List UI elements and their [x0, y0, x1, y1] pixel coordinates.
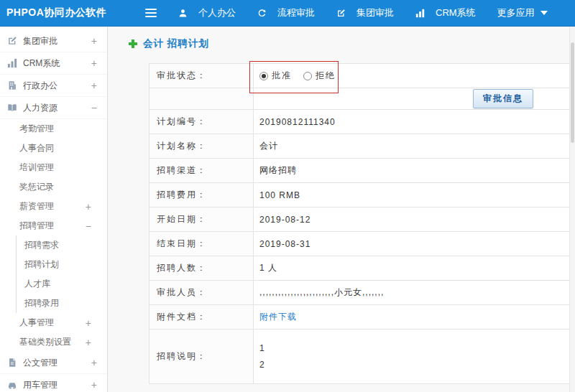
sidebar-item-label: 人事管理 [19, 317, 83, 329]
sidebar-item-label: 培训管理 [19, 162, 91, 174]
field-value: 100 RMB [254, 183, 569, 207]
radio-checked-icon [259, 72, 268, 80]
edit-square-icon [7, 36, 19, 46]
sidebar-item-admin-office[interactable]: 行政办公 + [0, 75, 107, 97]
collapse-toggle-icon[interactable]: − [91, 103, 97, 113]
sidebar-item-recruitment[interactable]: 招聘管理 − [0, 216, 107, 235]
description-line-1: 1 [259, 343, 265, 353]
sidebar-item-documents[interactable]: 公文管理 + [0, 352, 107, 374]
field-label: 结束日期： [150, 232, 254, 256]
vertical-scrollbar[interactable] [569, 27, 575, 392]
sidebar-item-group-approval[interactable]: 集团审批 + [0, 30, 107, 52]
approval-form: 审批状态： 批准 拒绝 审批信息 [149, 63, 570, 384]
building-icon [7, 80, 19, 90]
field-value: 20190812111340 [254, 110, 569, 134]
expand-toggle-icon[interactable]: + [86, 318, 91, 328]
open-book-icon [7, 103, 19, 113]
sidebar-item-training[interactable]: 培训管理 [0, 158, 107, 177]
caret-down-icon [540, 11, 548, 15]
bar-chart-icon [7, 58, 19, 68]
sidebar-item-label: 基础类别设置 [19, 336, 83, 348]
page-title: 会计 招聘计划 [128, 36, 575, 52]
sidebar-item-hr[interactable]: 人力资源 − [0, 97, 107, 119]
sidebar-item-label: 招聘录用 [24, 297, 100, 309]
app-logo: PHPOA协同办公软件 [0, 6, 108, 19]
sidebar-item-recruit-demand[interactable]: 招聘需求 [17, 235, 107, 255]
field-label: 计划名称： [150, 134, 254, 158]
page-title-text: 会计 招聘计划 [143, 37, 209, 50]
field-label: 附件文档： [150, 305, 254, 329]
field-value: ,,,,,,,,,,,,,,,,,,,,,,,,小元女,,,,,,, [254, 281, 569, 304]
sidebar-item-label: 人才库 [24, 278, 100, 290]
expand-toggle-icon[interactable]: + [86, 337, 91, 347]
field-value: 会计 [254, 134, 569, 158]
sidebar-item-label: 考勤管理 [19, 123, 91, 135]
expand-toggle-icon[interactable]: + [91, 358, 97, 368]
sidebar-item-hr-manage[interactable]: 人事管理 + [0, 313, 107, 332]
sidebar-item-label: 招聘计划 [24, 258, 100, 271]
field-label: 招聘说明： [150, 330, 254, 383]
radio-reject[interactable]: 拒绝 [303, 70, 336, 82]
field-label: 招聘渠道： [150, 159, 254, 182]
hamburger-menu-icon[interactable] [142, 6, 160, 20]
expand-toggle-icon[interactable]: + [86, 202, 91, 212]
empty-label-cell [150, 88, 254, 109]
radio-unchecked-icon [303, 72, 312, 80]
expand-toggle-icon[interactable]: + [91, 380, 97, 390]
form-row-end-date: 结束日期： 2019-08-31 [150, 232, 569, 256]
field-label: 计划编号： [150, 110, 254, 134]
collapse-toggle-icon[interactable]: − [86, 221, 91, 231]
page-body: 集团审批 + CRM系统 + 行政办公 + 人力资源 − 考勤管理 [0, 27, 575, 392]
radio-approve[interactable]: 批准 [259, 70, 292, 82]
nav-process-approval[interactable]: 流程审批 [257, 6, 315, 19]
field-label-status: 审批状态： [150, 64, 254, 88]
form-row-cost: 招聘费用： 100 RMB [150, 183, 569, 207]
sidebar-item-recruit-hire[interactable]: 招聘录用 [17, 294, 107, 313]
topbar: PHPOA协同办公软件 个人办公 流程审批 集团审批 CRM系统 [0, 0, 575, 27]
sidebar-item-label: 用车管理 [23, 379, 88, 391]
field-value: 1 人 [254, 256, 569, 280]
recruitment-submenu: 招聘需求 招聘计划 人才库 招聘录用 [16, 235, 107, 313]
expand-toggle-icon[interactable]: + [91, 58, 97, 68]
nav-label: 个人办公 [198, 6, 236, 19]
attachment-download-link[interactable]: 附件下载 [259, 311, 297, 323]
sidebar-item-hr-contract[interactable]: 人事合同 [0, 139, 107, 158]
sidebar-item-label: 招聘管理 [19, 220, 83, 232]
sidebar-item-label: 集团审批 [23, 35, 88, 47]
process-arrow-icon [257, 9, 269, 18]
sidebar-item-talent-pool[interactable]: 人才库 [17, 274, 107, 294]
nav-personal-office[interactable]: 个人办公 [178, 6, 236, 19]
form-row-status: 审批状态： 批准 拒绝 [150, 64, 569, 88]
nav-label: 流程审批 [277, 6, 315, 19]
scrollbar-thumb[interactable] [571, 42, 574, 143]
form-row-channel: 招聘渠道： 网络招聘 [150, 159, 569, 183]
sidebar-item-rewards[interactable]: 奖惩记录 [0, 177, 107, 197]
sidebar-item-salary[interactable]: 薪资管理 + [0, 197, 107, 216]
field-value: 2019-08-31 [254, 232, 569, 256]
expand-toggle-icon[interactable]: + [91, 80, 97, 90]
sidebar-item-crm[interactable]: CRM系统 + [0, 52, 107, 75]
form-row-plan-name: 计划名称： 会计 [150, 134, 569, 159]
sidebar-item-label: 奖惩记录 [19, 181, 91, 193]
nav-crm-system[interactable]: CRM系统 [415, 6, 476, 19]
expand-toggle-icon[interactable]: + [91, 36, 97, 46]
sidebar-item-base-category[interactable]: 基础类别设置 + [0, 332, 107, 352]
person-icon [178, 9, 190, 18]
sidebar-item-label: 公文管理 [23, 357, 88, 369]
edit-square-icon [336, 9, 348, 18]
sidebar-item-attendance[interactable]: 考勤管理 [0, 119, 107, 139]
bar-chart-icon [415, 9, 427, 18]
nav-more-apps[interactable]: 更多应用 [497, 6, 548, 19]
form-row-start-date: 开始日期： 2019-08-12 [150, 207, 569, 232]
field-label: 审批人员： [150, 281, 254, 304]
nav-label: 更多应用 [497, 6, 535, 19]
approval-info-button[interactable]: 审批信息 [473, 89, 533, 108]
sidebar-item-vehicles[interactable]: 用车管理 + [0, 374, 107, 392]
form-row-approvers: 审批人员： ,,,,,,,,,,,,,,,,,,,,,,,,小元女,,,,,,, [150, 281, 569, 305]
sidebar-item-recruit-plan[interactable]: 招聘计划 [17, 255, 107, 274]
nav-label: 集团审批 [356, 6, 394, 19]
nav-group-approval[interactable]: 集团审批 [336, 6, 394, 19]
field-label: 招聘费用： [150, 183, 254, 207]
sidebar-item-label: 薪资管理 [19, 200, 83, 213]
sidebar-item-label: 人力资源 [23, 102, 88, 114]
